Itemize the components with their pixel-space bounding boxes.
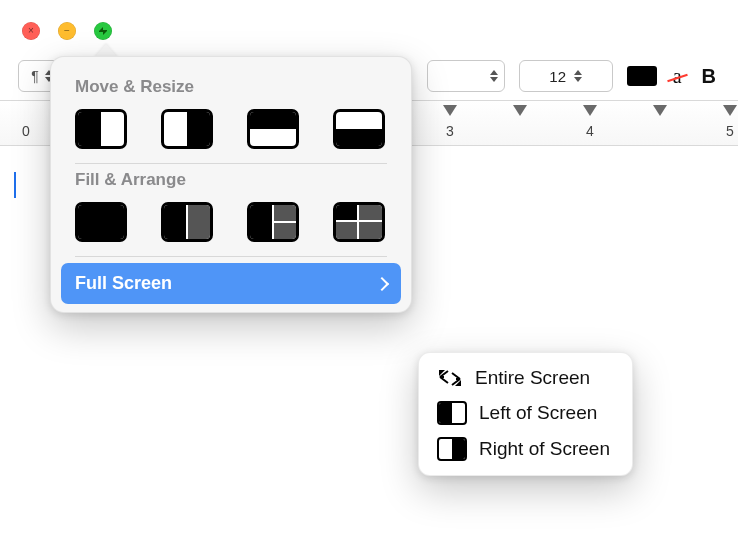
chevron-right-icon — [375, 276, 389, 290]
strikethrough-color-button[interactable]: a — [671, 65, 684, 88]
font-size-value: 12 — [549, 68, 566, 85]
ruler-number: 5 — [726, 123, 734, 139]
tile-bottom-half[interactable] — [333, 109, 385, 149]
ruler-number: 0 — [22, 123, 30, 139]
window-zoom-button[interactable] — [94, 22, 112, 40]
submenu-label: Right of Screen — [479, 438, 610, 460]
section-title-fill-arrange: Fill & Arrange — [51, 164, 411, 196]
tile-left-half[interactable] — [75, 109, 127, 149]
submenu-right-of-screen[interactable]: Right of Screen — [427, 431, 624, 467]
submenu-label: Left of Screen — [479, 402, 597, 424]
tile-two-up-left[interactable] — [161, 202, 213, 242]
window-controls: × − — [22, 22, 112, 40]
full-screen-submenu: Entire Screen Left of Screen Right of Sc… — [418, 352, 633, 476]
popover-separator-2 — [75, 256, 387, 257]
fill-arrange-row — [51, 196, 411, 256]
expand-arrows-icon — [437, 368, 463, 388]
ruler-tab-stop[interactable] — [583, 105, 597, 116]
ruler-tab-stop[interactable] — [653, 105, 667, 116]
ruler-tab-stop[interactable] — [723, 105, 737, 116]
window-tiling-popover: Move & Resize Fill & Arrange Full Screen — [50, 56, 412, 313]
tile-fill[interactable] — [75, 202, 127, 242]
right-half-icon — [437, 437, 467, 461]
tile-quadrants[interactable] — [333, 202, 385, 242]
font-size-select[interactable]: 12 — [519, 60, 613, 92]
left-half-icon — [437, 401, 467, 425]
tile-right-half[interactable] — [161, 109, 213, 149]
submenu-label: Entire Screen — [475, 367, 590, 389]
submenu-left-of-screen[interactable]: Left of Screen — [427, 395, 624, 431]
ruler-tab-stop[interactable] — [513, 105, 527, 116]
move-resize-row — [51, 103, 411, 163]
ruler-number: 4 — [586, 123, 594, 139]
full-screen-label: Full Screen — [75, 273, 172, 294]
full-screen-menu-item[interactable]: Full Screen — [61, 263, 401, 304]
font-family-select[interactable] — [427, 60, 505, 92]
window-close-button[interactable]: × — [22, 22, 40, 40]
submenu-entire-screen[interactable]: Entire Screen — [427, 361, 624, 395]
ruler-number: 3 — [446, 123, 454, 139]
window-minimize-button[interactable]: − — [58, 22, 76, 40]
ruler-tab-stop[interactable] — [443, 105, 457, 116]
tile-top-half[interactable] — [247, 109, 299, 149]
section-title-move-resize: Move & Resize — [51, 71, 411, 103]
text-color-swatch[interactable] — [627, 66, 657, 86]
toolbar-right: 12 a B — [427, 56, 720, 96]
text-cursor — [14, 172, 16, 198]
tile-three-up-left[interactable] — [247, 202, 299, 242]
bold-button[interactable]: B — [698, 65, 720, 88]
